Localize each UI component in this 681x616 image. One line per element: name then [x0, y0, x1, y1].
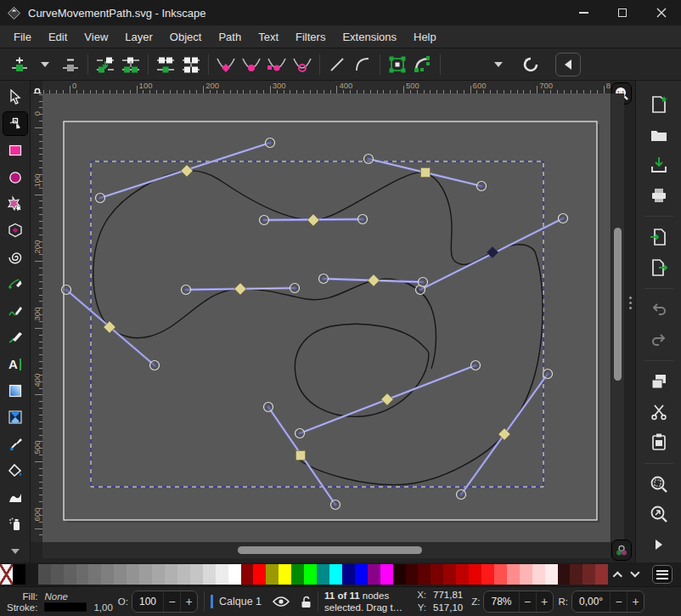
tool-spray[interactable]	[3, 513, 27, 535]
zoom-selection-button[interactable]	[646, 472, 672, 496]
opacity-decrease-button[interactable]: −	[163, 591, 180, 613]
layer-name[interactable]: Calque 1	[219, 596, 262, 608]
line-segment-button[interactable]	[324, 52, 350, 77]
import-button[interactable]	[646, 225, 672, 250]
color-swatch[interactable]	[304, 564, 317, 585]
color-swatch[interactable]	[545, 564, 558, 585]
color-swatch[interactable]	[253, 564, 266, 585]
tool-spiral[interactable]	[3, 246, 27, 268]
color-swatch[interactable]	[418, 564, 431, 585]
color-swatch[interactable]	[456, 564, 469, 585]
minimize-button[interactable]	[564, 0, 603, 25]
show-transform-handles-button[interactable]	[518, 52, 543, 77]
color-swatch[interactable]	[139, 564, 152, 585]
zoom-decrease-button[interactable]: −	[519, 591, 536, 613]
menu-file[interactable]: File	[5, 27, 40, 47]
color-swatch[interactable]	[127, 564, 139, 585]
color-swatch[interactable]	[431, 564, 443, 585]
color-swatch[interactable]	[494, 564, 507, 585]
color-swatch[interactable]	[532, 564, 545, 585]
color-swatch[interactable]	[25, 564, 38, 585]
paste-button[interactable]	[646, 430, 672, 455]
color-swatch[interactable]	[393, 564, 406, 585]
color-swatch[interactable]	[368, 564, 380, 585]
curve-segment-button[interactable]	[350, 52, 375, 77]
palette-scroll-up-button[interactable]	[615, 571, 622, 578]
swatch-none[interactable]	[0, 564, 13, 585]
layer-lock-icon[interactable]	[301, 596, 312, 608]
document-page[interactable]	[64, 122, 597, 520]
color-swatch[interactable]	[228, 564, 241, 585]
drawing-canvas[interactable]	[42, 93, 611, 542]
save-document-button[interactable]	[646, 153, 672, 178]
menu-layer[interactable]: Layer	[116, 27, 161, 47]
tool-3dbox[interactable]	[3, 219, 27, 241]
smooth-node-button[interactable]	[239, 52, 264, 77]
color-swatch[interactable]	[595, 564, 608, 585]
palette-scroll-down-button[interactable]	[633, 571, 640, 578]
menu-edit[interactable]: Edit	[40, 27, 76, 47]
vertical-scrollbar[interactable]	[611, 93, 624, 542]
break-path-button[interactable]	[93, 52, 118, 77]
color-swatch[interactable]	[317, 564, 329, 585]
path-node[interactable]	[296, 451, 306, 461]
color-swatch[interactable]	[279, 564, 291, 585]
color-swatch[interactable]	[101, 564, 114, 585]
color-swatch[interactable]	[443, 564, 456, 585]
new-document-button[interactable]	[646, 93, 672, 117]
toolbox-more-button[interactable]	[3, 540, 27, 562]
color-management-button[interactable]	[611, 540, 632, 561]
color-swatch[interactable]	[406, 564, 419, 585]
color-swatch[interactable]	[241, 564, 254, 585]
tool-selector[interactable]	[3, 86, 27, 108]
color-swatch[interactable]	[380, 564, 393, 585]
rotation-decrease-button[interactable]: −	[610, 591, 627, 613]
color-swatch[interactable]	[216, 564, 228, 585]
fill-stroke-indicator[interactable]: Fill: None Stroke: 1,00	[0, 591, 113, 613]
tool-node-editor[interactable]	[3, 112, 27, 134]
open-document-button[interactable]	[646, 123, 672, 148]
color-swatch[interactable]	[342, 564, 355, 585]
expand-panel-button[interactable]	[646, 533, 672, 557]
tool-gradient[interactable]	[3, 380, 27, 402]
vertical-scrollbar-thumb[interactable]	[614, 228, 622, 381]
insert-node-button[interactable]	[7, 52, 32, 77]
horizontal-scrollbar[interactable]	[42, 542, 611, 558]
menu-object[interactable]: Object	[161, 27, 211, 47]
color-swatch[interactable]	[165, 564, 177, 585]
tool-dropper[interactable]	[3, 433, 27, 455]
color-swatch[interactable]	[177, 564, 190, 585]
tool-rectangle[interactable]	[3, 139, 27, 161]
menu-text[interactable]: Text	[250, 27, 287, 47]
opacity-spinbox[interactable]: 100 − +	[132, 591, 198, 613]
color-swatch[interactable]	[469, 564, 481, 585]
delete-segment-button[interactable]	[178, 52, 204, 77]
stroke-color-swatch[interactable]	[44, 602, 87, 612]
color-swatch[interactable]	[38, 564, 51, 585]
color-swatch[interactable]	[329, 564, 342, 585]
undo-button[interactable]	[646, 297, 672, 322]
rotation-spinbox[interactable]: 0,00° − +	[571, 591, 644, 613]
color-swatch[interactable]	[507, 564, 520, 585]
menu-view[interactable]: View	[76, 27, 116, 47]
join-path-button[interactable]	[118, 52, 144, 77]
redo-button[interactable]	[646, 328, 672, 353]
rotation-increase-button[interactable]: +	[627, 591, 644, 613]
export-button[interactable]	[646, 256, 672, 280]
panel-resize-grip[interactable]	[628, 297, 633, 309]
close-button[interactable]	[642, 0, 681, 25]
print-button[interactable]	[646, 184, 672, 208]
menu-help[interactable]: Help	[405, 27, 445, 47]
color-swatch[interactable]	[481, 564, 494, 585]
cut-button[interactable]	[646, 400, 672, 425]
zoom-drawing-button[interactable]	[646, 502, 672, 527]
color-swatch[interactable]	[203, 564, 216, 585]
color-swatch[interactable]	[88, 564, 101, 585]
maximize-button[interactable]	[603, 0, 642, 25]
tool-ellipse[interactable]	[3, 166, 27, 188]
tool-star[interactable]	[3, 193, 27, 215]
color-swatch[interactable]	[51, 564, 64, 585]
corner-node-button[interactable]	[213, 52, 239, 77]
insert-node-dropdown[interactable]	[32, 52, 58, 77]
delete-node-button[interactable]	[58, 52, 83, 77]
